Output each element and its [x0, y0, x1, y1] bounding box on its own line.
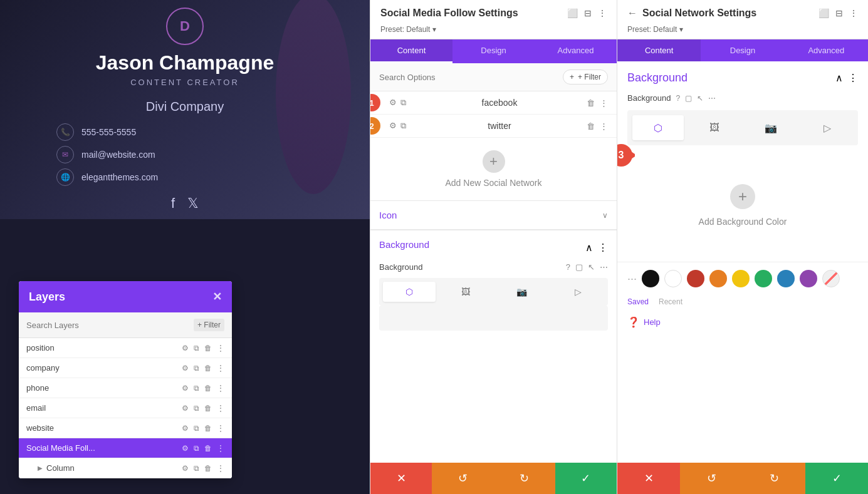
- layer-item-column[interactable]: ▶ Column ⚙ ⧉ 🗑 ⋮: [19, 458, 232, 478]
- sn-more-icon[interactable]: ⋮: [600, 98, 608, 108]
- layer-copy-icon[interactable]: ⧉: [194, 464, 199, 473]
- help-icon[interactable]: ❓: [627, 316, 640, 328]
- right-tab-advanced[interactable]: Advanced: [785, 39, 868, 61]
- right-redo-button[interactable]: ↻: [743, 463, 805, 494]
- social-network-twitter[interactable]: 2 ⚙ ⧉ twitter 🗑 ⋮: [370, 115, 617, 138]
- layer-delete-icon[interactable]: 🗑: [204, 464, 212, 473]
- right-panel-preset[interactable]: Preset: Default ▾: [627, 23, 858, 39]
- color-yellow[interactable]: [732, 270, 750, 287]
- layer-more-icon[interactable]: ⋮: [217, 424, 224, 433]
- undo-button[interactable]: ↺: [432, 463, 493, 494]
- layer-more-icon[interactable]: ⋮: [217, 404, 224, 413]
- expand-icon[interactable]: ⬜: [567, 8, 578, 18]
- bg-help-icon-r[interactable]: ?: [676, 94, 680, 103]
- bg-device-icon[interactable]: ▢: [575, 262, 583, 272]
- more-options-icon-right[interactable]: ⋮: [849, 8, 858, 18]
- fullscreen-icon[interactable]: ⊟: [584, 8, 592, 18]
- layer-more-icon[interactable]: ⋮: [217, 444, 224, 453]
- layer-copy-icon[interactable]: ⧉: [194, 344, 199, 352]
- bg-collapse-icon[interactable]: ∧: [585, 242, 593, 254]
- bg-type-gradient-r[interactable]: ⬡: [632, 115, 684, 140]
- color-custom[interactable]: [822, 270, 840, 287]
- tab-design[interactable]: Design: [452, 39, 535, 63]
- color-blue[interactable]: [777, 270, 795, 287]
- right-tab-content[interactable]: Content: [617, 39, 701, 61]
- sn-copy-icon[interactable]: ⧉: [400, 121, 406, 131]
- bg-type-gradient[interactable]: ⬡: [383, 282, 436, 302]
- add-color-button[interactable]: +: [730, 184, 755, 209]
- bg-type-video-thumb[interactable]: 📷: [496, 282, 548, 302]
- color-purple[interactable]: [800, 270, 817, 287]
- layer-delete-icon[interactable]: 🗑: [204, 424, 212, 433]
- confirm-button[interactable]: ✓: [555, 463, 617, 494]
- layer-more-icon[interactable]: ⋮: [217, 344, 224, 352]
- bg-type-video-r[interactable]: ▷: [802, 115, 853, 140]
- layer-delete-icon[interactable]: 🗑: [204, 384, 212, 393]
- filter-button[interactable]: + + Filter: [563, 69, 608, 85]
- search-options-input[interactable]: [379, 73, 563, 82]
- layer-more-icon[interactable]: ⋮: [217, 384, 224, 393]
- bg-type-image-r[interactable]: 🖼: [689, 115, 740, 140]
- sn-copy-icon[interactable]: ⧉: [400, 98, 406, 108]
- layer-item-social[interactable]: Social Media Foll... ⚙ ⧉ 🗑 ⋮: [19, 438, 232, 458]
- social-network-facebook[interactable]: 1 ⚙ ⧉ facebook 🗑 ⋮: [370, 91, 617, 115]
- layers-close-button[interactable]: ✕: [212, 290, 222, 304]
- expand-icon[interactable]: ▶: [38, 465, 43, 471]
- right-undo-button[interactable]: ↺: [680, 463, 743, 494]
- layer-settings-icon[interactable]: ⚙: [182, 404, 189, 413]
- layer-item-company[interactable]: company ⚙ ⧉ 🗑 ⋮: [19, 358, 232, 378]
- sn-settings-icon[interactable]: ⚙: [389, 98, 397, 108]
- sn-delete-icon[interactable]: 🗑: [587, 98, 595, 108]
- layer-settings-icon[interactable]: ⚙: [182, 444, 189, 453]
- layer-copy-icon[interactable]: ⧉: [194, 424, 199, 433]
- layer-more-icon[interactable]: ⋮: [217, 364, 224, 373]
- layer-item-position[interactable]: position ⚙ ⧉ 🗑 ⋮: [19, 338, 232, 358]
- color-red[interactable]: [687, 270, 704, 287]
- bg-pointer-icon-r[interactable]: ↖: [697, 94, 703, 103]
- bg-type-picture-r[interactable]: 📷: [745, 115, 797, 140]
- color-white[interactable]: [664, 270, 682, 287]
- bg-collapse-icon-right[interactable]: ∧: [835, 72, 843, 84]
- bg-options-icon-r[interactable]: ⋯: [708, 94, 716, 103]
- bg-type-image[interactable]: 🖼: [439, 282, 492, 302]
- layer-settings-icon[interactable]: ⚙: [182, 364, 189, 373]
- color-orange[interactable]: [709, 270, 727, 287]
- layer-copy-icon[interactable]: ⧉: [194, 444, 199, 453]
- bg-type-video[interactable]: ▷: [552, 282, 604, 302]
- layer-item-email[interactable]: email ⚙ ⧉ 🗑 ⋮: [19, 398, 232, 418]
- layer-copy-icon[interactable]: ⧉: [194, 364, 199, 373]
- layer-delete-icon[interactable]: 🗑: [204, 444, 212, 453]
- more-options-icon[interactable]: ⋮: [598, 8, 607, 18]
- bg-more-icon-right[interactable]: ⋮: [848, 72, 858, 84]
- bg-options-icon[interactable]: ⋯: [600, 262, 608, 272]
- sn-more-icon[interactable]: ⋮: [600, 121, 608, 131]
- layer-settings-icon[interactable]: ⚙: [182, 424, 189, 433]
- layers-search-input[interactable]: [26, 321, 189, 330]
- bg-device-icon-r[interactable]: ▢: [685, 94, 692, 103]
- color-green[interactable]: [755, 270, 772, 287]
- expand-icon-right[interactable]: ⬜: [818, 8, 829, 18]
- tab-content[interactable]: Content: [370, 39, 452, 63]
- middle-panel-preset[interactable]: Preset: Default ▾: [380, 23, 607, 39]
- layer-item-website[interactable]: website ⚙ ⧉ 🗑 ⋮: [19, 418, 232, 438]
- bg-more-icon[interactable]: ⋮: [598, 242, 608, 254]
- layer-delete-icon[interactable]: 🗑: [204, 404, 212, 413]
- layer-settings-icon[interactable]: ⚙: [182, 344, 189, 352]
- layers-filter-button[interactable]: + Filter: [194, 319, 224, 331]
- sn-settings-icon[interactable]: ⚙: [389, 121, 397, 131]
- fullscreen-icon-right[interactable]: ⊟: [835, 8, 843, 18]
- layer-item-phone[interactable]: phone ⚙ ⧉ 🗑 ⋮: [19, 378, 232, 398]
- layer-more-icon[interactable]: ⋮: [217, 464, 224, 473]
- tab-advanced[interactable]: Advanced: [535, 39, 617, 63]
- layer-delete-icon[interactable]: 🗑: [204, 364, 212, 373]
- color-black[interactable]: [642, 270, 659, 287]
- palette-more-icon[interactable]: ···: [627, 272, 637, 286]
- back-arrow-icon[interactable]: ←: [627, 8, 637, 19]
- layer-settings-icon[interactable]: ⚙: [182, 384, 189, 393]
- add-network-button[interactable]: +: [483, 150, 505, 173]
- bg-help-icon[interactable]: ?: [566, 262, 570, 272]
- redo-button[interactable]: ↻: [494, 463, 555, 494]
- right-confirm-button[interactable]: ✓: [805, 463, 868, 494]
- right-cancel-button[interactable]: ✕: [617, 463, 680, 494]
- layer-settings-icon[interactable]: ⚙: [182, 464, 189, 473]
